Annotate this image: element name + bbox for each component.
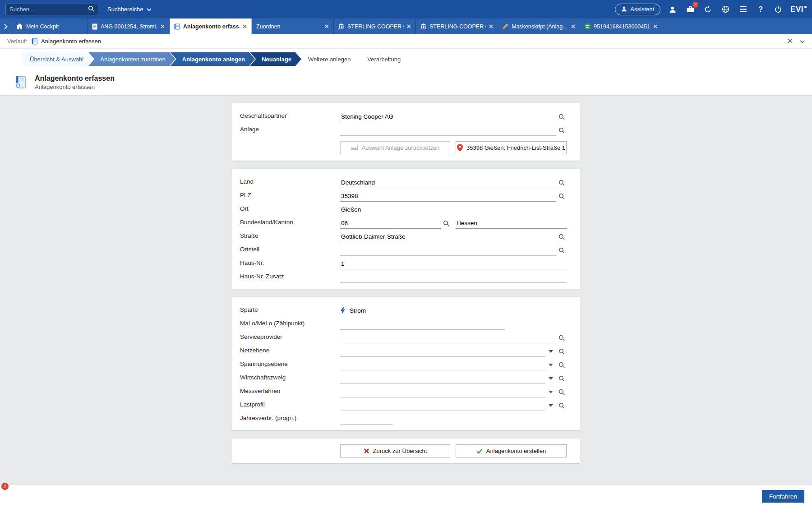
lastprofil-field[interactable] — [340, 401, 545, 411]
globe-button[interactable] — [720, 4, 731, 15]
netzebene-field[interactable] — [340, 347, 545, 357]
help-button[interactable]: ? — [755, 4, 766, 15]
page-title: Anlagenkonto erfassen — [35, 74, 115, 83]
search-input[interactable] — [9, 6, 88, 13]
step-neuanlage[interactable]: Neuanlage — [250, 52, 301, 66]
back-to-overview-button[interactable]: Zurück zur Übersicht — [340, 444, 450, 457]
close-icon[interactable] — [161, 24, 165, 28]
step-weitere-anlegen[interactable]: Weitere anlegen — [296, 52, 360, 66]
close-icon[interactable] — [489, 24, 493, 28]
anlage-address-button[interactable]: 35398 Gießen, Friedrich-List-Straße 1 — [456, 141, 567, 154]
partner-field[interactable]: Sterling Cooper AG — [340, 112, 556, 122]
step-anlagenkonto-anlegen[interactable]: Anlagenkonto anlegen — [171, 52, 255, 66]
hausnr-zusatz-field[interactable] — [340, 273, 567, 283]
electricity-icon — [340, 307, 346, 314]
user-button[interactable] — [667, 4, 678, 15]
dropdown-icon[interactable] — [545, 401, 556, 411]
tab-ang-0001254[interactable]: ANG 0001254, Stroml... — [88, 18, 170, 34]
close-icon[interactable] — [243, 24, 247, 28]
field-label: Geschäftspartner — [240, 112, 340, 122]
briefcase-button[interactable]: 2 — [685, 4, 696, 15]
lookup-icon[interactable] — [556, 126, 567, 136]
dropdown-icon[interactable] — [545, 347, 556, 357]
close-icon[interactable] — [325, 24, 329, 28]
land-field[interactable]: Deutschland — [340, 178, 556, 188]
lookup-icon[interactable] — [556, 112, 567, 122]
create-anlagenkonto-button[interactable]: Anlagenkonto erstellen — [456, 444, 567, 457]
tab-anlagenkonto-erfassen[interactable]: Anlagenkonto erfass... — [170, 18, 252, 34]
history-bar: Verlauf: Anlagenkonto erfassen — [0, 34, 812, 49]
messverfahren-field[interactable] — [340, 388, 545, 397]
close-icon — [788, 38, 793, 43]
lookup-icon[interactable] — [556, 374, 567, 384]
lookup-icon[interactable] — [556, 178, 567, 188]
serviceprovider-field[interactable] — [340, 333, 556, 343]
page-header: Anlagenkonto erfassen Anlagenkonto erfas… — [0, 70, 812, 96]
field-label: Anlage — [240, 126, 340, 136]
collapse-button[interactable] — [800, 38, 805, 45]
bundesland-field[interactable]: 06 — [340, 219, 441, 229]
field-label: Straße — [240, 232, 340, 242]
search-icon[interactable] — [88, 5, 94, 14]
field-label: Netzebene — [240, 347, 340, 357]
form-row: Sparte Strom — [240, 303, 567, 316]
continue-button[interactable]: Fortfahren — [762, 490, 804, 503]
lookup-icon[interactable] — [556, 192, 567, 202]
form-row: Ortsteil — [240, 242, 567, 256]
wirtschaftszweig-field[interactable] — [340, 374, 545, 384]
lookup-icon[interactable] — [556, 333, 567, 343]
tab-mein-cockpit[interactable]: Mein Cockpit — [12, 18, 88, 34]
lookup-icon[interactable] — [556, 232, 567, 242]
tab-sterling-cooper-2[interactable]: STERLING COOPER G... — [416, 18, 498, 34]
close-view-button[interactable] — [788, 38, 793, 45]
lookup-icon[interactable] — [441, 219, 452, 229]
lookup-icon[interactable] — [556, 388, 567, 397]
field-label: Ortsteil — [240, 246, 340, 256]
dropdown-icon[interactable] — [545, 388, 556, 397]
spannungsebene-field[interactable] — [340, 360, 545, 370]
lookup-icon[interactable] — [556, 401, 567, 411]
close-icon[interactable] — [407, 24, 411, 28]
step-anlagenkonten-zuordnen[interactable]: Anlagenkonten zuordnen — [88, 52, 175, 66]
assistant-button[interactable]: Assistent — [615, 4, 660, 15]
power-button[interactable] — [773, 4, 784, 15]
form-row: Geschäftspartner Sterling Cooper AG — [240, 109, 567, 122]
dropdown-icon[interactable] — [545, 360, 556, 370]
history-item[interactable]: Anlagenkonto erfassen — [32, 38, 101, 45]
notification-badge: 2 — [692, 1, 699, 8]
tab-expander-button[interactable] — [0, 18, 12, 34]
redo-button[interactable] — [702, 4, 713, 15]
anlage-field[interactable] — [340, 126, 556, 136]
hausnr-field[interactable]: 1 — [340, 259, 567, 269]
strasse-field[interactable]: Gottlieb-Daimler-Straße — [340, 232, 556, 242]
search-box[interactable] — [5, 4, 98, 15]
reset-anlage-button[interactable]: Auswahl Anlage zurücksetzen — [340, 141, 450, 154]
form-row: PLZ 35398 — [240, 188, 567, 202]
close-icon[interactable] — [571, 24, 575, 28]
form-row: Anlage — [240, 122, 567, 136]
lookup-icon[interactable] — [556, 246, 567, 256]
field-label: Wirtschaftszweig — [240, 374, 340, 384]
close-icon[interactable] — [653, 24, 657, 28]
menu-button[interactable] — [738, 4, 748, 15]
tab-951941684153000451[interactable]: 951941684153000451,... — [580, 18, 662, 34]
ort-field[interactable]: Gießen — [340, 205, 567, 215]
dropdown-icon[interactable] — [545, 374, 556, 384]
malo-melo-field[interactable] — [340, 320, 505, 330]
plz-field[interactable]: 35398 — [340, 192, 556, 202]
lookup-icon[interactable] — [556, 347, 567, 357]
meter-icon — [585, 23, 591, 29]
tab-zuordnen[interactable]: Zuordnen — [252, 18, 334, 34]
wizard-steps: Übersicht & Auswahl Anlagenkonten zuordn… — [0, 49, 812, 70]
building-icon — [338, 23, 344, 29]
map-pin-icon — [457, 144, 463, 152]
jahresverbrauch-field[interactable] — [340, 415, 393, 425]
tab-maskenskript[interactable]: Maskenskript (Anlag... — [498, 18, 580, 34]
lookup-icon[interactable] — [556, 360, 567, 370]
ortsteil-field[interactable] — [340, 246, 556, 256]
step-uebersicht-auswahl[interactable]: Übersicht & Auswahl — [23, 52, 93, 66]
tab-sterling-cooper-1[interactable]: STERLING COOPER G... — [334, 18, 416, 34]
error-count-badge[interactable]: 2 — [1, 483, 9, 490]
step-verarbeitung[interactable]: Verarbeitung — [355, 52, 411, 66]
search-areas-button[interactable]: Suchbereiche — [104, 4, 155, 14]
